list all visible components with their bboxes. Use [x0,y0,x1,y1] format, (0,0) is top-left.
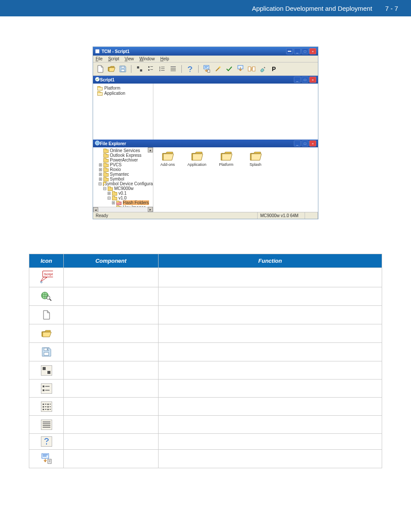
explorer-tree[interactable]: ▴ Online ServicesOutlook ExpressPowerArc… [93,147,153,212]
explorer-minimize-button[interactable]: _ [294,140,301,146]
tree-node[interactable]: ⊟MC9000w [103,186,152,191]
large-icons-button[interactable] [135,64,144,74]
close-button[interactable]: × [309,48,316,54]
tree-node-label: MC9000w [114,186,134,191]
paint-button[interactable] [258,64,268,74]
scroll-right-button[interactable]: ▸ [148,207,153,212]
script-maximize-button[interactable]: □ [302,77,308,83]
about-button[interactable] [185,64,195,74]
table-row [29,343,382,361]
p-button[interactable]: P [269,64,279,74]
svg-rect-62 [43,456,47,457]
menu-file[interactable]: File [96,56,103,61]
tree-twist-icon[interactable]: ⊞ [107,191,111,196]
svg-rect-1 [288,51,291,52]
svg-rect-40 [43,386,44,387]
script-folder-tree[interactable]: Platform Application [93,84,153,140]
tree-node[interactable]: ⊞Symantec [98,172,152,177]
list-view-button[interactable] [157,64,167,74]
svg-rect-7 [150,66,153,67]
tree-twist-icon[interactable]: ⊞ [98,167,102,172]
tree-node-label: v0.1 [118,191,127,196]
transfer-button[interactable] [247,64,256,74]
folder-label: Application [187,162,206,167]
minimize-button[interactable]: _ [294,48,301,54]
svg-rect-35 [44,348,49,351]
svg-rect-5 [140,69,142,72]
tree-twist-icon[interactable]: ⊞ [111,200,115,205]
explorer-close-button[interactable]: × [309,140,316,146]
folder-item[interactable]: Add-ons [157,151,178,167]
svg-rect-43 [45,390,50,391]
menu-window[interactable]: Window [140,56,155,61]
folder-item[interactable]: Platform [215,151,237,167]
new-button[interactable] [96,64,105,74]
folder-icon [108,187,113,191]
script-content-pane[interactable] [153,84,318,140]
hscrollbar[interactable]: ◂ [93,207,148,212]
svg-rect-57 [43,423,50,424]
tree-node[interactable]: ⊟Symbol Device Configuration Packages [98,181,152,186]
tree-twist-icon[interactable]: ⊟ [103,186,106,191]
tree-node-label: Outlook Express [110,153,141,158]
explorer-icon-pane[interactable]: Add-ons Application Platform Splash [153,147,318,212]
svg-rect-15 [161,70,165,71]
folder-item[interactable]: Application [186,151,208,167]
menu-help[interactable]: Help [160,56,169,61]
tree-node-label: Symbol [110,177,124,181]
open-button[interactable] [107,64,116,74]
script-minimize-button[interactable]: _ [294,77,301,83]
tree-node-label: PVCS [110,162,121,167]
maximize-button[interactable]: □ [302,48,308,54]
build-button[interactable] [202,64,212,74]
explorer-maximize-button[interactable]: □ [302,140,308,146]
tree-node[interactable]: ⊞Flash Folders [111,200,152,205]
script-close-button[interactable]: × [309,77,316,83]
tree-twist-icon[interactable]: ⊟ [98,181,102,186]
tree-node[interactable]: ⊞Symbol [98,177,152,181]
tree-node[interactable]: ⊞v0.1 [107,191,152,196]
menu-script[interactable]: Script [108,56,119,61]
svg-rect-55 [50,409,51,410]
tree-node[interactable]: ⊞PVCS [98,162,152,167]
status-grip [305,212,318,219]
tree-node[interactable]: Online Services [98,148,152,153]
save-button[interactable] [118,64,128,74]
component-cell [64,287,159,306]
component-cell [64,416,159,434]
scroll-up-button[interactable]: ▴ [148,147,153,152]
tree-twist-icon[interactable]: ⊞ [98,172,102,177]
svg-rect-11 [161,67,165,67]
toolbar-options-button[interactable] [286,48,293,54]
menu-view[interactable]: View [125,56,134,61]
tree-node[interactable]: ⊞Roxio [98,167,152,172]
tree-node[interactable]: Outlook Express [98,153,152,158]
app-icon [95,49,100,54]
wand-button[interactable] [213,64,223,74]
tree-twist-icon[interactable]: ⊞ [98,177,102,181]
scroll-left-button[interactable]: ◂ [93,207,98,212]
svg-rect-0 [95,49,100,53]
svg-rect-50 [47,406,49,408]
tree-twist-icon[interactable]: ⊟ [107,196,111,200]
svg-rect-41 [45,386,50,387]
folder-icon [112,191,117,196]
component-cell [64,398,159,416]
tree-twist-icon[interactable]: ⊞ [98,162,102,167]
tree-node[interactable]: PowerArchiver [98,158,152,162]
tcm-window: TCM - Script1 _ □ × File Script View Win… [93,47,318,219]
folder-icon [103,177,109,181]
toolbar: P [93,62,318,76]
tree-node[interactable]: ⊟v1.0 [107,196,152,200]
small-icons-button[interactable] [146,64,156,74]
download-button[interactable] [236,64,245,74]
svg-rect-4 [137,66,139,68]
check-button[interactable] [224,64,234,74]
tree-node-label: Online Services [110,148,140,153]
folder-icon [103,163,109,167]
table-row [29,324,382,343]
about-info-icon [41,436,52,447]
details-view-button[interactable] [168,64,178,74]
folder-item[interactable]: Splash [245,151,266,167]
function-cell [159,324,382,343]
